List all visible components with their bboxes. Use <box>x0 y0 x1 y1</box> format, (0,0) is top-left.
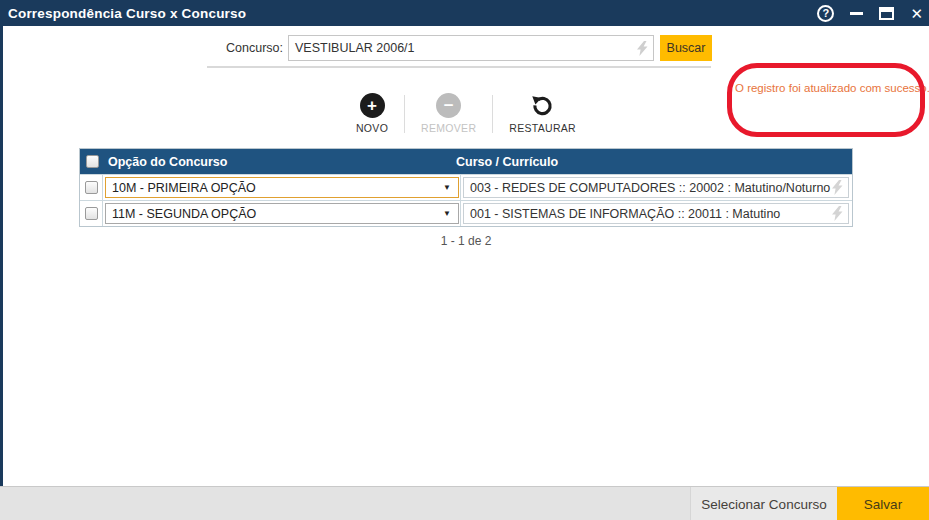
novo-label: NOVO <box>356 122 388 134</box>
opcao-select-value: 10M - PRIMEIRA OPÇÃO <box>106 181 443 195</box>
remover-label: REMOVER <box>421 122 476 134</box>
curso-cell: 001 - SISTEMAS DE INFORMAÇÃO :: 20011 : … <box>461 201 852 226</box>
select-all-checkbox[interactable] <box>86 155 99 168</box>
window-left-border <box>0 26 3 520</box>
restaurar-button[interactable]: RESTAURAR <box>493 93 592 135</box>
restaurar-label: RESTAURAR <box>509 122 576 134</box>
selecionar-concurso-button[interactable]: Selecionar Concurso <box>690 487 837 520</box>
table-header-row: Opção do Concurso Curso / Currículo <box>80 149 852 174</box>
minimize-icon[interactable] <box>850 12 863 15</box>
curso-input-value: 003 - REDES DE COMPUTADORES :: 20002 : M… <box>464 181 832 195</box>
curso-cell: 003 - REDES DE COMPUTADORES :: 20002 : M… <box>461 175 852 200</box>
novo-button[interactable]: + NOVO <box>340 93 404 135</box>
pagination-text: 1 - 1 de 2 <box>79 234 853 248</box>
opcao-select[interactable]: 11M - SEGUNDA OPÇÃO ▼ <box>105 203 459 224</box>
window-title: Correspondência Curso x Concurso <box>8 6 246 21</box>
salvar-button[interactable]: Salvar <box>837 487 929 520</box>
help-icon[interactable]: ? <box>817 5 834 22</box>
correspondence-table: Opção do Concurso Curso / Currículo 10M … <box>79 148 853 227</box>
opcao-select-value: 11M - SEGUNDA OPÇÃO <box>106 207 443 221</box>
curso-input[interactable]: 001 - SISTEMAS DE INFORMAÇÃO :: 20011 : … <box>463 203 849 224</box>
plus-circle-icon: + <box>360 93 385 118</box>
opcao-select[interactable]: 10M - PRIMEIRA OPÇÃO ▼ <box>105 177 459 198</box>
search-row: Concurso: VESTIBULAR 2006/1 Buscar <box>0 35 929 62</box>
row-checkbox-cell <box>80 175 103 200</box>
minus-circle-icon: − <box>436 93 461 118</box>
chevron-down-icon: ▼ <box>443 209 451 218</box>
restore-arrow-icon <box>530 93 555 118</box>
lightning-icon[interactable] <box>637 41 648 56</box>
lightning-icon[interactable] <box>832 180 843 195</box>
curso-input[interactable]: 003 - REDES DE COMPUTADORES :: 20002 : M… <box>463 177 849 198</box>
opcao-cell: 10M - PRIMEIRA OPÇÃO ▼ <box>103 175 461 200</box>
column-header-curso: Curso / Currículo <box>451 155 852 169</box>
remover-button[interactable]: − REMOVER <box>405 93 492 135</box>
maximize-icon[interactable] <box>879 7 894 20</box>
chevron-down-icon: ▼ <box>443 183 451 192</box>
app-window: Correspondência Curso x Concurso ? ✕ Con… <box>0 0 929 520</box>
lightning-icon[interactable] <box>832 206 843 221</box>
table-row: 11M - SEGUNDA OPÇÃO ▼ 001 - SISTEMAS DE … <box>80 200 852 226</box>
toolbar: + NOVO − REMOVER RESTAURAR <box>79 93 853 135</box>
concurso-label: Concurso: <box>210 35 283 61</box>
row-checkbox-cell <box>80 201 103 226</box>
opcao-cell: 11M - SEGUNDA OPÇÃO ▼ <box>103 201 461 226</box>
curso-input-value: 001 - SISTEMAS DE INFORMAÇÃO :: 20011 : … <box>464 207 832 221</box>
row-checkbox[interactable] <box>85 207 98 220</box>
form-separator <box>207 66 711 68</box>
close-icon[interactable]: ✕ <box>910 6 923 21</box>
title-bar: Correspondência Curso x Concurso ? ✕ <box>0 0 929 26</box>
column-header-opcao: Opção do Concurso <box>99 155 451 169</box>
titlebar-controls: ? ✕ <box>817 0 923 26</box>
concurso-input-value: VESTIBULAR 2006/1 <box>289 41 637 55</box>
table-row: 10M - PRIMEIRA OPÇÃO ▼ 003 - REDES DE CO… <box>80 174 852 200</box>
buscar-button[interactable]: Buscar <box>660 35 712 61</box>
concurso-input[interactable]: VESTIBULAR 2006/1 <box>288 35 654 61</box>
footer-bar: Selecionar Concurso Salvar <box>0 486 929 520</box>
row-checkbox[interactable] <box>85 181 98 194</box>
